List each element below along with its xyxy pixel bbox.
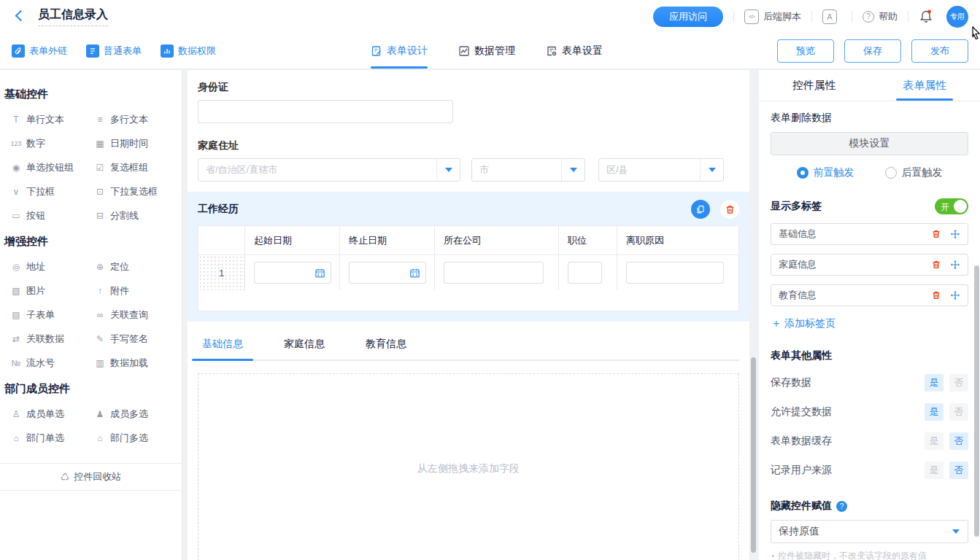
add-tab-link[interactable]: ＋ 添加标签页 — [771, 316, 968, 330]
notification-bell-icon[interactable] — [919, 9, 933, 25]
control-item[interactable]: ♙成员单选 — [9, 402, 93, 426]
control-item[interactable]: ▦日期时间 — [93, 131, 177, 155]
no-option[interactable]: 否 — [949, 374, 968, 392]
form-tab-family-info[interactable]: 家庭信息 — [279, 338, 329, 359]
page-title[interactable]: 员工信息录入 — [38, 7, 108, 26]
number-icon: 123 — [9, 140, 23, 147]
tab-list-item[interactable]: 教育信息 — [771, 284, 968, 306]
normal-form-tab[interactable]: 普通表单 — [86, 44, 142, 58]
radio-pre-trigger[interactable]: 前置触发 — [797, 166, 854, 179]
tab-form-properties[interactable]: 表单属性 — [870, 70, 980, 101]
position-input[interactable] — [568, 262, 602, 284]
tab-data-manage[interactable]: 数据管理 — [458, 33, 515, 69]
tab-form-settings[interactable]: 表单设置 — [546, 33, 603, 69]
language-button[interactable]: A — [822, 9, 841, 24]
help-button[interactable]: ? 帮助 — [863, 10, 898, 23]
yes-option[interactable]: 是 — [925, 374, 944, 392]
control-item[interactable]: ⊕定位 — [93, 254, 177, 279]
no-option[interactable]: 否 — [949, 462, 968, 479]
avatar[interactable]: 专用 — [946, 6, 968, 28]
move-icon[interactable] — [950, 229, 960, 239]
control-item[interactable]: T单行文本 — [9, 107, 93, 131]
control-item[interactable]: ⊡下拉复选框 — [93, 179, 177, 203]
control-item[interactable]: ▧图片 — [9, 279, 93, 303]
control-item[interactable]: 123数字 — [9, 131, 93, 155]
control-item[interactable]: ≡多行文本 — [93, 107, 177, 131]
subform-work-history[interactable]: 工作经历 — [188, 192, 749, 322]
no-option[interactable]: 否 — [949, 432, 968, 450]
add-tab-label: 添加标签页 — [784, 317, 836, 330]
form-tab-basic-info[interactable]: 基础信息 — [198, 338, 247, 359]
yes-option[interactable]: 是 — [925, 432, 944, 450]
control-item[interactable]: ▤子表单 — [9, 303, 93, 327]
form-tab-education-info[interactable]: 教育信息 — [361, 338, 411, 359]
no-option[interactable]: 否 — [949, 403, 968, 421]
multi-tab-toggle[interactable]: 开 — [935, 198, 968, 214]
control-item[interactable]: ∨下拉框 — [9, 179, 93, 203]
control-recycle-bin[interactable]: ♺ 控件回收站 — [0, 463, 182, 491]
district-select[interactable]: 区/县 — [598, 158, 724, 182]
yes-option[interactable]: 是 — [925, 403, 944, 421]
control-item[interactable]: ▭按钮 — [9, 203, 93, 228]
preview-button[interactable]: 预览 — [777, 39, 834, 63]
save-button[interactable]: 保存 — [844, 39, 901, 63]
control-item[interactable]: ⇄关联数据 — [9, 327, 93, 351]
id-card-input[interactable] — [198, 100, 453, 123]
control-label: 单选按钮组 — [26, 161, 74, 174]
tab-list-item[interactable]: 基础信息 — [771, 223, 968, 245]
control-item[interactable]: №流水号 — [9, 351, 93, 375]
control-label: 多行文本 — [110, 113, 148, 126]
trash-icon[interactable] — [931, 229, 941, 239]
module-settings-button[interactable]: 模块设置 — [771, 132, 968, 155]
tab-item-label: 基础信息 — [779, 228, 817, 241]
trash-icon[interactable] — [720, 200, 739, 219]
radio-post-trigger[interactable]: 后置触发 — [885, 166, 943, 179]
divider — [852, 11, 852, 23]
backend-script-button[interactable]: </> 后端脚本 — [744, 9, 801, 24]
control-item[interactable]: ▥数据加载 — [93, 351, 177, 375]
leave-reason-input[interactable] — [626, 262, 724, 284]
data-permission-tab[interactable]: 数据权限 — [161, 44, 216, 58]
control-item[interactable]: ◉单选按钮组 — [9, 155, 93, 179]
control-item[interactable]: ♟成员多选 — [93, 402, 177, 426]
control-item[interactable]: ☑复选框组 — [93, 155, 177, 179]
trash-icon[interactable] — [931, 260, 941, 270]
company-input[interactable] — [444, 262, 544, 284]
start-date-input[interactable] — [254, 262, 331, 284]
tab-list-item[interactable]: 家庭信息 — [771, 254, 968, 276]
city-select[interactable]: 市 — [471, 158, 585, 182]
control-item[interactable]: ◎地址 — [9, 254, 93, 279]
drop-zone[interactable]: 从左侧拖拽来添加字段 — [198, 373, 739, 560]
form-external-link-tab[interactable]: 表单外链 — [12, 44, 67, 58]
hidden-value-select[interactable]: 保持原值 — [771, 520, 968, 543]
province-select[interactable]: 省/自治区/直辖市 — [198, 158, 460, 182]
app-access-button[interactable]: 应用访问 — [653, 7, 723, 27]
control-item[interactable]: ✎手写签名 — [93, 327, 177, 351]
other-properties-title: 表单其他属性 — [771, 349, 968, 362]
help-question-icon[interactable]: ? — [836, 501, 847, 512]
control-label: 数据加载 — [110, 357, 148, 370]
control-item[interactable]: ⌂部门多选 — [93, 426, 177, 450]
panel-scrollbar[interactable] — [974, 265, 979, 537]
move-icon[interactable] — [950, 260, 960, 270]
control-label: 成员多选 — [110, 408, 148, 421]
location-icon: ⊕ — [93, 262, 107, 272]
end-date-input[interactable] — [349, 262, 426, 284]
tab-form-design[interactable]: 表单设计 — [371, 33, 428, 69]
trash-icon[interactable] — [931, 290, 941, 300]
move-icon[interactable] — [950, 290, 960, 300]
linked-data-icon: ⇄ — [9, 334, 23, 344]
control-item[interactable]: ⌂部门单选 — [9, 426, 93, 450]
control-item[interactable]: ↑附件 — [93, 279, 177, 303]
control-label: 流水号 — [26, 357, 55, 370]
control-item[interactable]: ∞关联查询 — [93, 303, 177, 327]
back-icon[interactable] — [12, 9, 28, 25]
question-icon: ? — [863, 11, 874, 23]
tab-control-properties[interactable]: 控件属性 — [759, 70, 870, 101]
publish-button[interactable]: 发布 — [911, 39, 968, 63]
control-item[interactable]: ⊟分割线 — [93, 203, 177, 228]
copy-icon[interactable] — [691, 200, 710, 219]
canvas-scrollbar[interactable] — [751, 357, 756, 553]
yes-option[interactable]: 是 — [925, 462, 944, 479]
calendar-icon — [409, 268, 420, 279]
